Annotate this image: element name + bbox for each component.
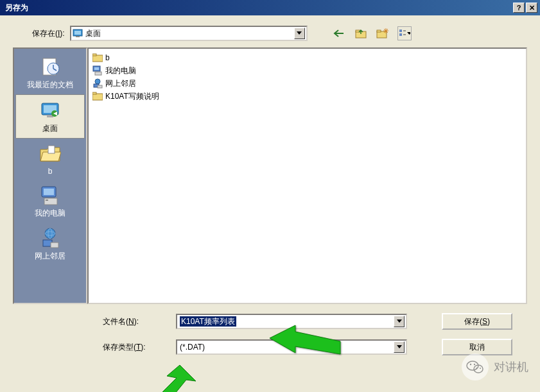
nav-toolbar [332, 26, 412, 40]
place-label: b [48, 167, 53, 176]
chevron-down-icon[interactable] [394, 316, 405, 327]
filename-input[interactable]: K10AT频率列表 [176, 314, 407, 329]
computer-icon [39, 183, 62, 207]
place-label: 我的电脑 [35, 208, 65, 219]
window-title: 另存为 [3, 3, 513, 13]
svg-marker-16 [407, 32, 410, 35]
lookin-row: 保存在(I): 桌面 [32, 26, 527, 41]
place-my-computer[interactable]: 我的电脑 [15, 180, 85, 223]
views-button[interactable] [397, 26, 412, 40]
svg-rect-41 [95, 72, 101, 75]
filetype-combo[interactable]: (*.DAT) [176, 339, 407, 355]
list-item[interactable]: K10AT写频说明 [91, 90, 523, 103]
svg-rect-44 [98, 85, 102, 88]
filetype-value: (*.DAT) [179, 343, 394, 352]
close-button[interactable]: ✕ [526, 3, 537, 13]
up-one-level-button[interactable] [354, 26, 368, 40]
svg-marker-47 [397, 320, 402, 323]
dialog-body: 保存在(I): 桌面 [0, 15, 540, 392]
svg-point-55 [476, 368, 477, 369]
place-b-folder[interactable]: b [15, 139, 85, 180]
titlebar-buttons: ? ✕ [513, 3, 537, 13]
watermark: 对讲机 [462, 354, 528, 380]
wechat-icon [462, 354, 489, 380]
filename-row: 文件名(N): K10AT频率列表 保存(S) [103, 313, 527, 330]
chevron-down-icon[interactable] [294, 28, 305, 39]
place-label: 网上邻居 [35, 251, 65, 262]
svg-rect-29 [44, 189, 54, 195]
folder-open-icon [39, 142, 62, 166]
file-list-pane[interactable]: b 我的电脑 网上邻居 K10AT写频说明 [87, 47, 527, 304]
place-network[interactable]: 网上邻居 [15, 223, 85, 266]
chevron-down-icon[interactable] [394, 341, 405, 353]
network-icon [39, 226, 62, 250]
list-item[interactable]: b [91, 51, 523, 64]
place-label: 桌面 [42, 123, 58, 134]
lookin-value: 桌面 [85, 28, 294, 39]
svg-point-32 [45, 228, 55, 239]
svg-point-56 [480, 368, 481, 369]
file-name: 我的电脑 [105, 65, 136, 76]
lookin-combo[interactable]: 桌面 [70, 26, 308, 41]
back-button[interactable] [332, 26, 346, 40]
place-recent[interactable]: 我最近的文档 [15, 51, 85, 94]
svg-point-42 [95, 79, 100, 84]
file-name: b [105, 53, 110, 62]
svg-rect-13 [399, 33, 402, 36]
new-folder-button[interactable] [376, 26, 390, 40]
svg-rect-38 [92, 54, 96, 56]
svg-rect-2 [76, 36, 80, 37]
svg-point-54 [474, 364, 475, 365]
desktop-icon [39, 99, 62, 122]
recent-documents-icon [39, 55, 62, 78]
filename-label: 文件名(N): [103, 316, 167, 327]
filename-value: K10AT频率列表 [180, 316, 236, 327]
arrow-annotation-filetype [135, 362, 212, 392]
svg-rect-12 [399, 30, 402, 32]
computer-icon [92, 65, 103, 76]
list-item[interactable]: 我的电脑 [91, 64, 523, 77]
svg-rect-27 [48, 146, 55, 153]
main-area: 我最近的文档 桌面 b 我的电脑 [13, 47, 527, 304]
svg-point-53 [470, 364, 471, 365]
titlebar: 另存为 ? ✕ [0, 0, 540, 15]
svg-rect-40 [94, 67, 99, 70]
place-desktop[interactable]: 桌面 [15, 94, 85, 139]
help-button[interactable]: ? [513, 3, 525, 13]
svg-rect-7 [377, 30, 381, 32]
desktop-icon [73, 28, 83, 38]
svg-rect-31 [46, 200, 48, 201]
list-item[interactable]: 网上邻居 [91, 77, 523, 90]
folder-icon [92, 53, 103, 63]
svg-marker-3 [297, 31, 302, 35]
watermark-text: 对讲机 [494, 359, 528, 375]
svg-rect-36 [51, 243, 58, 248]
file-name: 网上邻居 [105, 78, 136, 89]
filetype-label: 保存类型(T): [103, 342, 167, 353]
svg-rect-1 [74, 31, 81, 35]
place-label: 我最近的文档 [27, 80, 73, 90]
svg-marker-50 [154, 365, 196, 392]
bottom-area: 文件名(N): K10AT频率列表 保存(S) 保存类型(T): (*.DAT) [103, 313, 527, 355]
file-name: K10AT写频说明 [105, 91, 159, 102]
lookin-label: 保存在(I): [32, 28, 65, 39]
svg-marker-48 [397, 345, 402, 348]
places-bar: 我最近的文档 桌面 b 我的电脑 [13, 47, 87, 304]
network-icon [92, 78, 103, 89]
svg-rect-30 [44, 198, 57, 205]
save-button[interactable]: 保存(S) [442, 313, 512, 330]
folder-icon [92, 91, 103, 101]
svg-rect-46 [92, 92, 96, 94]
